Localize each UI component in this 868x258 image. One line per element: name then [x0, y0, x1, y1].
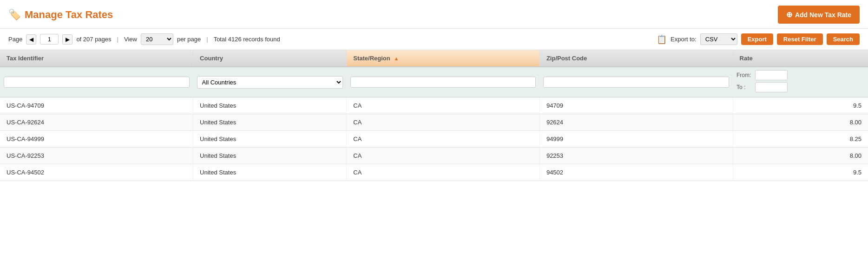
tax-identifier-link[interactable]: US-CA-92624: [7, 119, 44, 126]
cell-country: United States: [193, 131, 347, 148]
filter-rate-cell: From: To :: [733, 67, 868, 97]
cell-rate: 8.00: [733, 114, 868, 131]
cell-country: United States: [193, 148, 347, 164]
tax-identifier-link[interactable]: US-CA-94999: [7, 135, 44, 142]
plus-icon: ⊕: [786, 10, 792, 19]
prev-page-button[interactable]: ◀: [26, 34, 36, 45]
table-row: US-CA-92253United StatesCA922538.00: [0, 148, 868, 164]
cell-tax-identifier: US-CA-94709: [0, 97, 193, 114]
page-label: Page: [8, 36, 22, 43]
cell-tax-identifier: US-CA-92253: [0, 148, 193, 164]
cell-zip: 92253: [539, 148, 733, 164]
toolbar: Page ◀ ▶ of 207 pages | View 10 20 50 10…: [0, 29, 868, 50]
cell-state-region: CA: [347, 164, 540, 181]
col-zip-post-code: Zip/Post Code: [539, 50, 733, 67]
cell-country: United States: [193, 114, 347, 131]
tax-identifier-link[interactable]: US-CA-94709: [7, 102, 44, 109]
cell-tax-identifier: US-CA-94502: [0, 164, 193, 181]
cell-rate: 9.5: [733, 97, 868, 114]
tax-rates-table: Tax Identifier Country State/Region ▲ Zi…: [0, 50, 868, 181]
cell-state-region: CA: [347, 131, 540, 148]
tax-identifier-link[interactable]: US-CA-92253: [7, 152, 44, 159]
filter-zip-input[interactable]: [543, 77, 729, 88]
table-row: US-CA-94999United StatesCA949998.25: [0, 131, 868, 148]
filter-zip-cell: [539, 67, 733, 97]
export-label: Export to:: [671, 36, 697, 43]
cell-zip: 92624: [539, 114, 733, 131]
cell-state-region: CA: [347, 114, 540, 131]
col-tax-identifier: Tax Identifier: [0, 50, 193, 67]
rate-to-row: To :: [736, 82, 864, 92]
cell-zip: 94999: [539, 131, 733, 148]
table-row: US-CA-94502United StatesCA945029.5: [0, 164, 868, 181]
next-page-button[interactable]: ▶: [62, 34, 72, 45]
page-header: 🏷️ Manage Tax Rates ⊕ Add New Tax Rate: [0, 0, 868, 29]
add-new-tax-rate-button[interactable]: ⊕ Add New Tax Rate: [778, 6, 860, 24]
filter-country-select[interactable]: All Countries United States Canada Unite…: [197, 76, 343, 89]
table-row: US-CA-92624United StatesCA926248.00: [0, 114, 868, 131]
cell-rate: 8.00: [733, 148, 868, 164]
cell-zip: 94709: [539, 97, 733, 114]
page-title: Manage Tax Rates: [25, 9, 113, 21]
search-button[interactable]: Search: [827, 33, 860, 45]
sort-asc-icon: ▲: [394, 56, 399, 61]
page-number-input[interactable]: [40, 34, 59, 45]
total-records-text: Total 4126 records found: [214, 36, 280, 43]
col-state-region[interactable]: State/Region ▲: [347, 50, 540, 67]
separator2: |: [206, 36, 208, 43]
cell-state-region: CA: [347, 97, 540, 114]
cell-country: United States: [193, 97, 347, 114]
filter-rate-to-input[interactable]: [755, 82, 788, 92]
separator1: |: [117, 36, 118, 43]
view-label: View: [124, 36, 137, 43]
col-rate: Rate: [733, 50, 868, 67]
col-country: Country: [193, 50, 347, 67]
cell-rate: 8.25: [733, 131, 868, 148]
cell-tax-identifier: US-CA-92624: [0, 114, 193, 131]
per-page-select[interactable]: 10 20 50 100 200: [141, 33, 173, 45]
filter-tax-identifier-input[interactable]: [4, 77, 190, 88]
tax-icon: 🏷️: [8, 9, 21, 21]
add-button-label: Add New Tax Rate: [795, 11, 851, 19]
export-button[interactable]: Export: [741, 33, 773, 45]
reset-filter-button[interactable]: Reset Filter: [777, 33, 823, 45]
total-pages-text: of 207 pages: [76, 36, 111, 43]
filter-tax-identifier-cell: [0, 67, 193, 97]
filter-country-cell: All Countries United States Canada Unite…: [193, 67, 347, 97]
tax-identifier-link[interactable]: US-CA-94502: [7, 169, 44, 176]
filter-state-region-input[interactable]: [350, 77, 536, 88]
export-icon: 📋: [657, 34, 667, 45]
table-row: US-CA-94709United StatesCA947099.5: [0, 97, 868, 114]
title-area: 🏷️ Manage Tax Rates: [8, 9, 113, 21]
table-filter-row: All Countries United States Canada Unite…: [0, 67, 868, 97]
rate-from-label: From:: [736, 72, 752, 78]
cell-state-region: CA: [347, 148, 540, 164]
cell-tax-identifier: US-CA-94999: [0, 131, 193, 148]
export-format-select[interactable]: CSV Excel XML: [700, 33, 737, 45]
rate-from-row: From:: [736, 70, 864, 80]
table-header-row: Tax Identifier Country State/Region ▲ Zi…: [0, 50, 868, 67]
cell-rate: 9.5: [733, 164, 868, 181]
rate-to-label: To :: [736, 84, 752, 90]
cell-zip: 94502: [539, 164, 733, 181]
per-page-label: per page: [177, 36, 201, 43]
filter-state-region-cell: [347, 67, 540, 97]
cell-country: United States: [193, 164, 347, 181]
table-body: US-CA-94709United StatesCA947099.5US-CA-…: [0, 97, 868, 181]
tax-rates-table-container: Tax Identifier Country State/Region ▲ Zi…: [0, 50, 868, 181]
filter-rate-from-input[interactable]: [755, 70, 788, 80]
